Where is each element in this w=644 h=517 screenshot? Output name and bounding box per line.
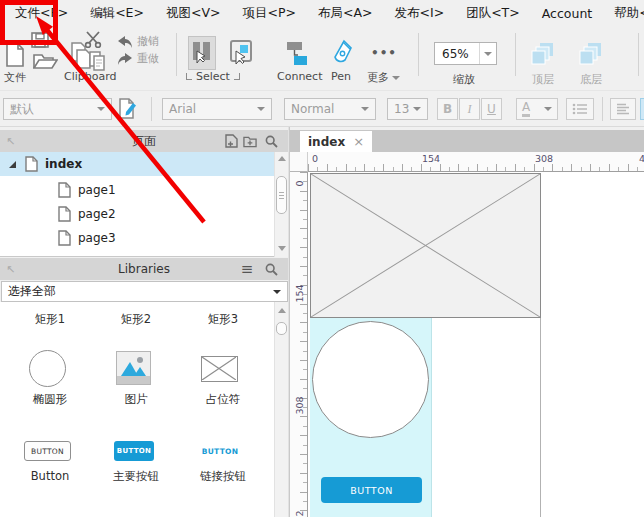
font-weight-select[interactable]: Normal bbox=[284, 98, 376, 120]
search-libraries-button[interactable] bbox=[264, 262, 278, 276]
ruler-mark: 4 bbox=[639, 153, 644, 164]
toolbar-divider bbox=[151, 97, 152, 121]
new-file-button[interactable] bbox=[3, 42, 26, 68]
libraries-panel-header: ↖ Libraries ≡ bbox=[0, 258, 288, 280]
library-item-label-placeholder[interactable]: 占位符 bbox=[180, 392, 266, 407]
library-widget-image[interactable] bbox=[116, 351, 151, 385]
scissors-icon bbox=[84, 31, 102, 48]
menu-project[interactable]: 项目<P> bbox=[232, 5, 308, 22]
chevron-down-icon bbox=[257, 107, 265, 111]
edit-style-button[interactable] bbox=[116, 97, 140, 121]
search-pages-button[interactable] bbox=[264, 134, 278, 148]
page-tree-item-page2[interactable]: page2 bbox=[0, 202, 288, 226]
select-corner-left-icon bbox=[186, 73, 192, 80]
library-item-label-ellipse[interactable]: 椭圆形 bbox=[7, 392, 93, 407]
page-tree-item-index[interactable]: index bbox=[0, 152, 288, 176]
menu-publish[interactable]: 发布<I> bbox=[384, 5, 456, 22]
menu-arrange[interactable]: 布局<A> bbox=[307, 5, 384, 22]
image-icon bbox=[117, 352, 150, 384]
menu-team[interactable]: 团队<T> bbox=[455, 5, 531, 22]
redo-button[interactable]: 重做 bbox=[117, 51, 159, 66]
underline-button[interactable]: U bbox=[481, 98, 502, 120]
save-button[interactable] bbox=[30, 31, 50, 49]
canvas-ellipse-widget[interactable] bbox=[312, 321, 429, 438]
font-color-button[interactable]: A bbox=[516, 98, 558, 120]
bring-to-front-button[interactable] bbox=[530, 41, 556, 66]
layers-back-icon bbox=[579, 42, 603, 65]
menu-view[interactable]: 视图<V> bbox=[155, 5, 232, 22]
align-center-button[interactable] bbox=[640, 98, 644, 120]
library-item-label-primary-button[interactable]: 主要按钮 bbox=[93, 469, 179, 484]
library-filter-select[interactable]: 选择全部 bbox=[1, 281, 288, 302]
bring-front-label: 顶层 bbox=[532, 72, 554, 87]
page-tree-item-page1[interactable]: page1 bbox=[0, 178, 288, 202]
select-corner-right-icon bbox=[234, 73, 240, 80]
scrollbar-thumb[interactable] bbox=[276, 176, 287, 214]
add-folder-button[interactable] bbox=[243, 134, 257, 148]
pen-button[interactable] bbox=[329, 38, 355, 66]
canvas-placeholder-widget[interactable] bbox=[310, 173, 541, 318]
page-tree-item-page3[interactable]: page3 bbox=[0, 226, 288, 250]
paste-button[interactable] bbox=[88, 50, 106, 71]
pages-scrollbar[interactable] bbox=[274, 152, 288, 257]
select-mode-intersect-button[interactable] bbox=[188, 36, 216, 70]
tab-index[interactable]: index × bbox=[300, 131, 372, 152]
style-preset-select[interactable]: 默认 bbox=[3, 98, 112, 120]
library-item-label-rect1[interactable]: 矩形1 bbox=[7, 312, 93, 327]
scroll-down-icon[interactable] bbox=[278, 246, 286, 251]
expander-icon[interactable] bbox=[9, 161, 16, 168]
ruler-mark: 154 bbox=[294, 285, 305, 303]
library-item-label-rect3[interactable]: 矩形3 bbox=[180, 312, 266, 327]
bold-button[interactable]: B bbox=[437, 98, 458, 120]
page-icon bbox=[58, 206, 71, 222]
page-icon bbox=[58, 230, 71, 246]
page-label: page3 bbox=[78, 231, 116, 245]
more-button[interactable]: 更多 bbox=[367, 70, 400, 85]
menu-file[interactable]: 文件<F> bbox=[4, 5, 79, 22]
connect-button[interactable] bbox=[280, 40, 310, 68]
pages-tree: index page1 page2 page3 bbox=[0, 152, 288, 257]
tab-close-icon[interactable]: × bbox=[353, 134, 364, 149]
library-widget-button[interactable]: BUTTON bbox=[24, 441, 71, 461]
canvas-button-widget[interactable]: BUTTON bbox=[321, 477, 422, 503]
scrollbar-thumb[interactable] bbox=[276, 322, 287, 335]
menu-help[interactable]: 帮助<H> bbox=[603, 5, 644, 22]
pen-icon bbox=[330, 39, 354, 65]
open-button[interactable] bbox=[32, 52, 59, 71]
undo-button[interactable]: 撤销 bbox=[117, 34, 159, 49]
ruler-mark: 0 bbox=[294, 175, 305, 193]
align-left-icon bbox=[616, 103, 630, 115]
align-left-button[interactable] bbox=[610, 98, 636, 120]
font-size-select[interactable]: 13 bbox=[387, 98, 428, 120]
layers-front-icon bbox=[531, 42, 555, 65]
more-dots-icon[interactable]: ••• bbox=[371, 46, 397, 60]
send-to-back-button[interactable] bbox=[578, 41, 604, 66]
libraries-scrollbar[interactable] bbox=[274, 302, 288, 517]
scroll-up-icon[interactable] bbox=[278, 308, 286, 313]
bullet-list-button[interactable] bbox=[566, 98, 594, 120]
clipboard-group-label: Clipboard bbox=[64, 70, 117, 83]
select-mode-contain-button[interactable] bbox=[227, 36, 257, 70]
library-widget-placeholder[interactable] bbox=[201, 356, 238, 382]
library-widget-link-button[interactable]: BUTTON bbox=[180, 447, 260, 456]
library-widget-ellipse[interactable] bbox=[29, 350, 66, 387]
zoom-select[interactable]: 65% bbox=[434, 42, 497, 65]
library-item-label-link-button[interactable]: 链接按钮 bbox=[180, 469, 266, 484]
scroll-up-icon[interactable] bbox=[278, 156, 286, 161]
libraries-menu-icon[interactable]: ≡ bbox=[240, 262, 254, 276]
cut-button[interactable] bbox=[83, 30, 103, 48]
font-family-select[interactable]: Arial bbox=[162, 98, 272, 120]
library-item-label-image[interactable]: 图片 bbox=[93, 392, 179, 407]
design-canvas[interactable]: BUTTON bbox=[308, 172, 644, 517]
add-page-button[interactable] bbox=[224, 134, 238, 148]
library-widget-primary-button[interactable]: BUTTON bbox=[114, 441, 154, 461]
zoom-dropdown-button[interactable] bbox=[479, 43, 496, 64]
menu-account[interactable]: Account bbox=[531, 6, 603, 21]
bullet-list-icon bbox=[572, 103, 588, 115]
library-item-label-rect2[interactable]: 矩形2 bbox=[93, 312, 179, 327]
page-label: page1 bbox=[78, 183, 116, 197]
canvas-cyan-panel-widget[interactable]: BUTTON bbox=[310, 318, 432, 517]
menu-edit[interactable]: 编辑<E> bbox=[79, 5, 155, 22]
italic-button[interactable]: I bbox=[459, 98, 480, 120]
library-item-label-button[interactable]: Button bbox=[7, 469, 93, 483]
